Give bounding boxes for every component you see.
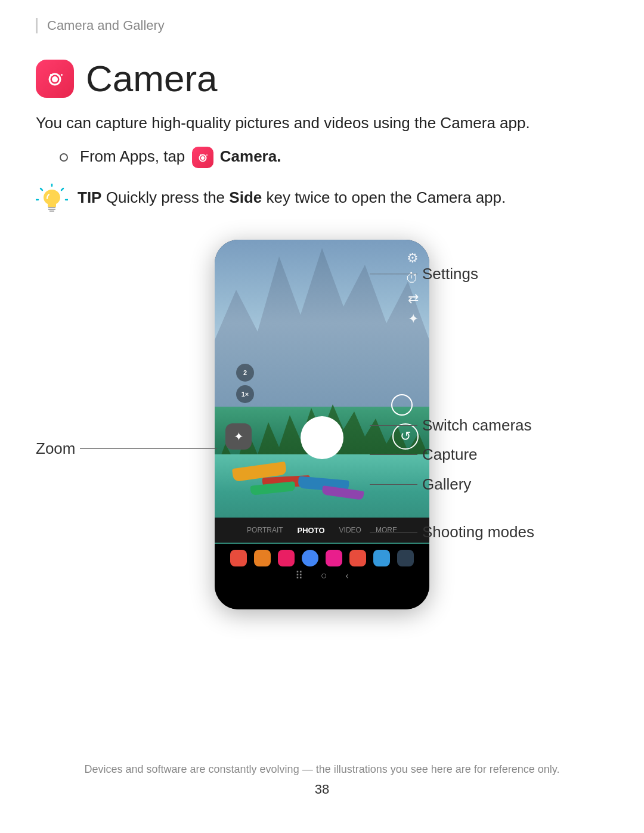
annotation-line-gallery: [370, 484, 417, 485]
annotation-gallery: Gallery: [370, 475, 471, 494]
label-zoom: Zoom: [36, 439, 75, 458]
svg-rect-3: [61, 74, 63, 76]
diagram-area: ⚙ ⏱ ⇄ ✦ ↺ 2 1× ✦ PORTRAIT PHOTO VIDEO MO…: [0, 240, 644, 645]
label-capture: Capture: [422, 445, 478, 464]
capture-button[interactable]: [301, 416, 343, 459]
chapter-header: Camera and Gallery: [36, 18, 608, 33]
svg-point-1: [52, 76, 58, 82]
tip-key-name: Side: [229, 188, 262, 206]
tip-text-pre: Quickly press the: [101, 188, 229, 206]
mode-video[interactable]: VIDEO: [339, 526, 361, 534]
zoom-2x[interactable]: 2: [236, 364, 254, 382]
app-icon-1: [230, 550, 247, 566]
tip-text: TIP Quickly press the Side key twice to …: [78, 186, 506, 209]
label-switch-cameras: Switch cameras: [422, 416, 532, 435]
mode-photo[interactable]: PHOTO: [298, 526, 325, 535]
flip-icon-camera[interactable]: ⇄: [408, 291, 419, 306]
tip-lightbulb-icon: [36, 184, 68, 216]
camera-scene: ⚙ ⏱ ⇄ ✦ ↺ 2 1× ✦: [215, 240, 429, 550]
camera-icon-svg: [44, 68, 66, 89]
app-icon-5: [326, 550, 342, 566]
zoom-1x[interactable]: 1×: [236, 385, 254, 403]
annotation-line-settings: [370, 274, 417, 274]
camera-app-icon: [36, 60, 74, 98]
header-title: Camera and Gallery: [47, 18, 165, 33]
bullet-app-name: Camera.: [220, 147, 281, 165]
app-icon-8: [397, 550, 414, 566]
svg-point-5: [201, 156, 205, 160]
app-icon-6: [349, 550, 366, 566]
svg-rect-7: [206, 154, 208, 156]
annotation-line-zoom: [80, 448, 217, 449]
label-settings: Settings: [422, 265, 478, 283]
focus-ring: [391, 394, 413, 416]
bullet-prefix: From Apps, tap: [80, 147, 185, 165]
inline-camera-icon: [192, 147, 213, 168]
nav-back[interactable]: ‹: [345, 569, 349, 582]
phone-nav-bar: ⠿ ○ ‹: [215, 544, 429, 609]
svg-rect-6: [200, 154, 202, 156]
page-title-section: Camera: [36, 57, 608, 100]
footer-page-number: 38: [0, 782, 644, 797]
app-icon-3: [278, 550, 295, 566]
annotation-capture: Capture: [370, 445, 478, 464]
nav-apps[interactable]: ⠿: [295, 569, 303, 582]
footer-disclaimer: Devices and software are constantly evol…: [0, 763, 644, 776]
annotation-line-shooting: [370, 532, 417, 532]
annotation-settings: Settings: [370, 265, 478, 283]
bullet-circle: [60, 153, 68, 162]
label-shooting-modes: Shooting modes: [422, 523, 534, 541]
nav-buttons: ⠿ ○ ‹: [215, 569, 429, 587]
app-row: [215, 544, 429, 569]
page-title: Camera: [86, 57, 218, 100]
annotation-shooting-modes: Shooting modes: [370, 523, 534, 541]
settings-icon-camera[interactable]: ⚙: [407, 250, 419, 266]
app-icon-2: [254, 550, 271, 566]
annotation-zoom: Zoom: [36, 439, 217, 458]
tip-section: TIP Quickly press the Side key twice to …: [36, 186, 608, 216]
nav-home[interactable]: ○: [321, 569, 327, 582]
mode-portrait[interactable]: PORTRAIT: [247, 526, 283, 534]
annotation-switch-cameras: Switch cameras: [370, 416, 532, 435]
bullet-section: From Apps, tap Camera.: [60, 147, 608, 168]
app-icon-7: [373, 550, 390, 566]
svg-line-9: [61, 188, 63, 190]
annotation-line-switch: [370, 425, 417, 426]
tip-text-post: key twice to open the Camera app.: [262, 188, 506, 206]
annotation-line-capture: [370, 454, 417, 455]
app-icon-4: [302, 550, 318, 566]
footer: Devices and software are constantly evol…: [0, 763, 644, 797]
gallery-button[interactable]: ✦: [225, 423, 252, 450]
bullet-text: From Apps, tap Camera.: [80, 147, 281, 168]
zoom-buttons: 2 1×: [236, 364, 254, 403]
body-text: You can capture high-quality pictures an…: [36, 112, 608, 135]
svg-rect-2: [50, 74, 53, 76]
magic-icon-camera[interactable]: ✦: [408, 311, 419, 327]
svg-line-11: [41, 188, 42, 190]
label-gallery: Gallery: [422, 475, 471, 494]
tip-label: TIP: [78, 188, 101, 206]
